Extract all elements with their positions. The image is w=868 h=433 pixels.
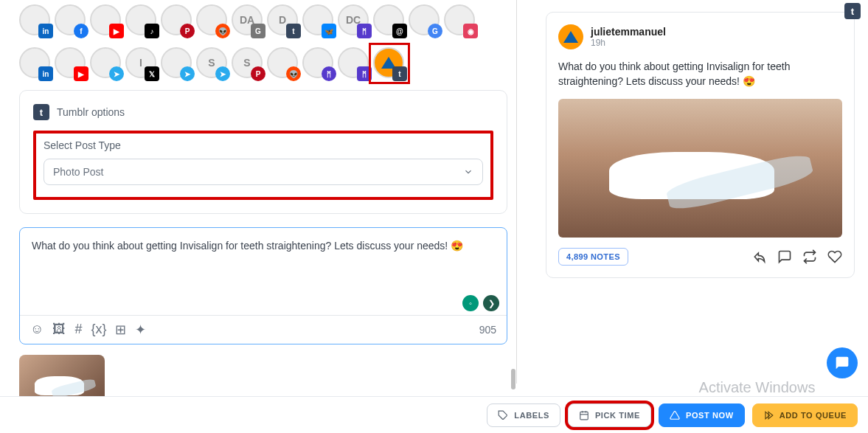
composer-text[interactable]: What do you think about getting Invisali… [20,228,507,315]
emoji-icon[interactable]: ☺ [30,322,44,338]
gmb-icon: G [428,24,442,38]
account-avatar[interactable]: DAG [232,4,264,37]
reddit-icon: 👽 [215,24,230,38]
account-avatar[interactable]: ᛗ [302,47,335,80]
preview-avatar [558,24,583,49]
reblog-icon[interactable] [802,249,817,264]
chevron-down-icon [463,167,473,177]
mastodon-icon: ᛗ [322,66,336,81]
notes-button[interactable]: 4,899 NOTES [558,248,628,266]
account-avatar[interactable]: ➤ [90,47,122,80]
account-avatar[interactable]: ▶ [90,4,122,37]
tumblr-icon: t [392,66,407,81]
assistant-icon[interactable]: ❯ [483,295,499,311]
preview-time: 19h [591,38,666,48]
tumblr-options-card: t Tumblr options Select Post Type Photo … [19,90,507,214]
account-avatar[interactable]: f [55,4,87,37]
account-avatar[interactable]: ▶ [55,47,87,80]
share-icon[interactable] [752,249,767,264]
x-icon: 𝕏 [145,66,159,81]
facebook-icon: f [74,24,88,38]
account-avatar[interactable]: t [373,47,406,80]
account-avatar[interactable]: S➤ [196,47,229,80]
account-avatar[interactable]: in [19,4,52,37]
preview-username[interactable]: julietemmanuel [591,26,666,38]
composer: What do you think about getting Invisali… [19,227,507,344]
grammarly-icon[interactable]: ◦ [462,295,479,311]
account-avatar[interactable]: ᛗ [338,47,370,80]
bluesky-icon: 🦋 [322,24,336,38]
telegram-icon: ➤ [180,66,195,81]
tumblr-icon: t [33,104,49,120]
account-avatar[interactable]: SP [232,47,264,80]
tumblr-icon: t [286,24,301,38]
instagram-icon: ◉ [463,24,478,38]
linkedin-icon: in [38,24,53,38]
preview-text: What do you think about getting Invisali… [558,60,842,89]
post-type-highlight: Select Post Type Photo Post [33,131,493,200]
post-preview: julietemmanuel 19h What do you think abo… [546,12,855,278]
snippet-icon[interactable]: ⊞ [115,322,126,338]
account-avatar[interactable]: 👽 [196,4,229,37]
help-chat-button[interactable] [827,347,858,378]
variable-icon[interactable]: {x} [91,322,106,338]
options-title: Tumblr options [57,106,125,118]
pinterest-icon: P [251,66,265,81]
account-avatar[interactable]: DCᛗ [338,4,370,37]
comment-icon[interactable] [777,249,792,264]
threads-icon: @ [392,24,407,38]
youtube-icon: ▶ [109,24,124,38]
gmb-icon: G [251,24,265,38]
attached-image-thumb[interactable] [19,355,105,398]
scrollbar-thumb[interactable] [511,369,515,389]
preview-image [558,99,842,238]
ai-icon[interactable]: ✦ [135,322,146,338]
pinterest-icon: P [180,24,195,38]
preview-network-icon: t [844,3,861,19]
post-type-value: Photo Post [53,166,104,178]
post-type-select[interactable]: Photo Post [44,159,483,185]
image-icon[interactable]: 🖼 [52,322,66,338]
post-now-button[interactable]: POST NOW [659,403,745,427]
reddit-icon: 👽 [286,66,301,81]
telegram-icon: ➤ [215,66,230,81]
account-avatar[interactable]: ➤ [161,47,193,80]
linkedin-icon: in [38,66,53,81]
account-avatar[interactable]: P [161,4,193,37]
account-avatar[interactable]: G [409,4,441,37]
add-to-queue-button[interactable]: ADD TO QUEUE [752,403,858,427]
footer-bar: LABELS PICK TIME POST NOW ADD TO QUEUE [0,396,868,433]
char-count: 905 [479,324,496,336]
account-avatar[interactable]: ◉ [444,4,476,37]
account-avatar[interactable]: 👽 [267,47,299,80]
account-avatar[interactable]: I𝕏 [125,47,158,80]
account-avatar[interactable]: Dt [267,4,299,37]
svg-rect-1 [580,412,588,420]
youtube-icon: ▶ [74,66,88,81]
like-icon[interactable] [827,249,842,264]
account-avatar[interactable]: ♪ [125,4,158,37]
tiktok-icon: ♪ [145,24,159,38]
telegram-icon: ➤ [109,66,124,81]
pick-time-button[interactable]: PICK TIME [568,403,651,427]
select-post-type-label: Select Post Type [44,139,483,151]
account-avatar[interactable]: @ [373,4,406,37]
account-avatar[interactable]: 🦋 [302,4,335,37]
labels-button[interactable]: LABELS [487,403,560,427]
hashtag-icon[interactable]: # [74,322,82,338]
mastodon-icon: ᛗ [357,24,372,38]
account-avatar[interactable]: in [19,47,52,80]
